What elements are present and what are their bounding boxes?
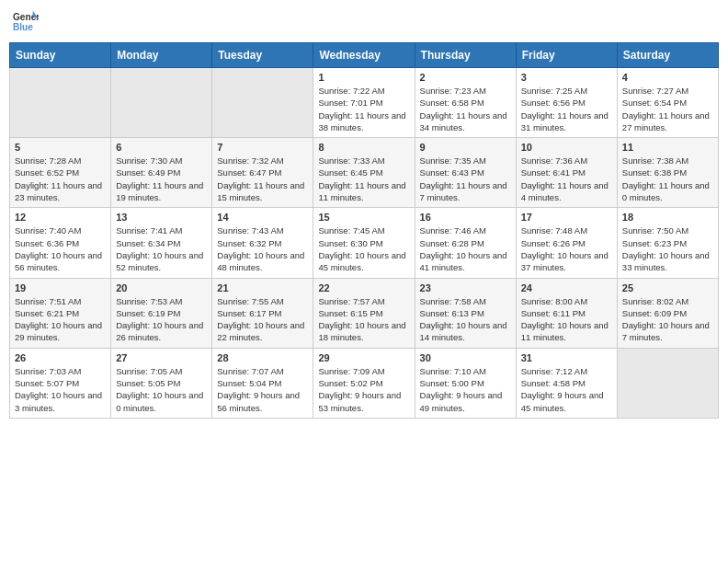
day-number: 9: [420, 142, 511, 153]
weekday-header-monday: Monday: [111, 43, 212, 68]
day-number: 31: [521, 352, 612, 363]
day-info: Sunrise: 7:53 AMSunset: 6:19 PMDaylight:…: [116, 295, 207, 344]
day-info: Sunrise: 7:30 AMSunset: 6:49 PMDaylight:…: [116, 155, 207, 203]
calendar-cell: 6Sunrise: 7:30 AMSunset: 6:49 PMDaylight…: [111, 138, 212, 208]
calendar-cell: 8Sunrise: 7:33 AMSunset: 6:45 PMDaylight…: [313, 138, 415, 208]
day-info: Sunrise: 7:05 AMSunset: 5:05 PMDaylight:…: [116, 365, 207, 414]
calendar-header-row: SundayMondayTuesdayWednesdayThursdayFrid…: [10, 43, 719, 68]
day-info: Sunrise: 7:22 AMSunset: 7:01 PMDaylight:…: [318, 85, 409, 133]
day-number: 28: [217, 352, 308, 363]
day-info: Sunrise: 7:40 AMSunset: 6:36 PMDaylight:…: [15, 224, 106, 273]
day-info: Sunrise: 7:57 AMSunset: 6:15 PMDaylight:…: [318, 295, 409, 344]
day-number: 2: [420, 72, 511, 83]
day-number: 10: [521, 142, 612, 153]
logo: General Blue: [13, 9, 39, 35]
calendar-cell: 20Sunrise: 7:53 AMSunset: 6:19 PMDayligh…: [111, 278, 212, 348]
calendar-cell: 21Sunrise: 7:55 AMSunset: 6:17 PMDayligh…: [212, 278, 313, 348]
day-number: 19: [15, 282, 106, 293]
weekday-header-sunday: Sunday: [10, 43, 111, 68]
day-info: Sunrise: 7:32 AMSunset: 6:47 PMDaylight:…: [217, 155, 308, 203]
day-info: Sunrise: 7:43 AMSunset: 6:32 PMDaylight:…: [217, 224, 308, 273]
calendar-cell: 27Sunrise: 7:05 AMSunset: 5:05 PMDayligh…: [111, 348, 212, 418]
calendar-cell: 29Sunrise: 7:09 AMSunset: 5:02 PMDayligh…: [313, 348, 415, 418]
day-info: Sunrise: 7:55 AMSunset: 6:17 PMDaylight:…: [217, 295, 308, 344]
day-number: 13: [116, 212, 207, 223]
day-number: 8: [318, 142, 409, 153]
calendar-cell: 4Sunrise: 7:27 AMSunset: 6:54 PMDaylight…: [617, 68, 718, 138]
calendar-week-row: 12Sunrise: 7:40 AMSunset: 6:36 PMDayligh…: [10, 208, 719, 278]
day-number: 21: [217, 282, 308, 293]
day-info: Sunrise: 7:45 AMSunset: 6:30 PMDaylight:…: [318, 224, 409, 273]
day-number: 17: [521, 212, 612, 223]
day-number: 29: [318, 352, 409, 363]
day-info: Sunrise: 7:51 AMSunset: 6:21 PMDaylight:…: [15, 295, 106, 344]
calendar-week-row: 19Sunrise: 7:51 AMSunset: 6:21 PMDayligh…: [10, 278, 719, 348]
weekday-header-saturday: Saturday: [617, 43, 718, 68]
day-info: Sunrise: 8:00 AMSunset: 6:11 PMDaylight:…: [521, 295, 612, 344]
day-number: 7: [217, 142, 308, 153]
calendar-cell: [10, 68, 111, 138]
day-info: Sunrise: 8:02 AMSunset: 6:09 PMDaylight:…: [622, 295, 713, 344]
calendar-cell: [617, 348, 718, 418]
calendar-cell: 23Sunrise: 7:58 AMSunset: 6:13 PMDayligh…: [415, 278, 516, 348]
calendar-cell: 15Sunrise: 7:45 AMSunset: 6:30 PMDayligh…: [313, 208, 415, 278]
calendar-week-row: 26Sunrise: 7:03 AMSunset: 5:07 PMDayligh…: [10, 348, 719, 418]
day-info: Sunrise: 7:33 AMSunset: 6:45 PMDaylight:…: [318, 155, 409, 203]
day-number: 11: [622, 142, 713, 153]
day-info: Sunrise: 7:46 AMSunset: 6:28 PMDaylight:…: [420, 224, 511, 273]
calendar-cell: 14Sunrise: 7:43 AMSunset: 6:32 PMDayligh…: [212, 208, 313, 278]
day-info: Sunrise: 7:03 AMSunset: 5:07 PMDaylight:…: [15, 365, 106, 414]
calendar-cell: 1Sunrise: 7:22 AMSunset: 7:01 PMDaylight…: [313, 68, 415, 138]
calendar-cell: 17Sunrise: 7:48 AMSunset: 6:26 PMDayligh…: [516, 208, 617, 278]
calendar-week-row: 5Sunrise: 7:28 AMSunset: 6:52 PMDaylight…: [10, 138, 719, 208]
calendar-cell: 2Sunrise: 7:23 AMSunset: 6:58 PMDaylight…: [415, 68, 516, 138]
day-number: 18: [622, 212, 713, 223]
day-info: Sunrise: 7:38 AMSunset: 6:38 PMDaylight:…: [622, 155, 713, 203]
day-number: 1: [318, 72, 409, 83]
day-number: 30: [420, 352, 511, 363]
day-number: 15: [318, 212, 409, 223]
day-number: 3: [521, 72, 612, 83]
day-number: 25: [622, 282, 713, 293]
day-number: 27: [116, 352, 207, 363]
day-info: Sunrise: 7:41 AMSunset: 6:34 PMDaylight:…: [116, 224, 207, 273]
calendar-cell: 16Sunrise: 7:46 AMSunset: 6:28 PMDayligh…: [415, 208, 516, 278]
calendar-cell: 12Sunrise: 7:40 AMSunset: 6:36 PMDayligh…: [10, 208, 111, 278]
day-number: 22: [318, 282, 409, 293]
day-info: Sunrise: 7:12 AMSunset: 4:58 PMDaylight:…: [521, 365, 612, 414]
weekday-header-wednesday: Wednesday: [313, 43, 415, 68]
calendar-cell: [212, 68, 313, 138]
day-info: Sunrise: 7:23 AMSunset: 6:58 PMDaylight:…: [420, 85, 511, 133]
calendar-cell: [111, 68, 212, 138]
calendar-table: SundayMondayTuesdayWednesdayThursdayFrid…: [9, 42, 719, 419]
day-number: 24: [521, 282, 612, 293]
calendar-cell: 3Sunrise: 7:25 AMSunset: 6:56 PMDaylight…: [516, 68, 617, 138]
calendar-cell: 7Sunrise: 7:32 AMSunset: 6:47 PMDaylight…: [212, 138, 313, 208]
logo-icon: General Blue: [13, 9, 39, 35]
day-info: Sunrise: 7:50 AMSunset: 6:23 PMDaylight:…: [622, 224, 713, 273]
svg-text:Blue: Blue: [13, 22, 33, 32]
calendar-cell: 5Sunrise: 7:28 AMSunset: 6:52 PMDaylight…: [10, 138, 111, 208]
day-info: Sunrise: 7:48 AMSunset: 6:26 PMDaylight:…: [521, 224, 612, 273]
day-number: 4: [622, 72, 713, 83]
day-number: 12: [15, 212, 106, 223]
calendar-cell: 18Sunrise: 7:50 AMSunset: 6:23 PMDayligh…: [617, 208, 718, 278]
calendar-cell: 19Sunrise: 7:51 AMSunset: 6:21 PMDayligh…: [10, 278, 111, 348]
calendar-cell: 25Sunrise: 8:02 AMSunset: 6:09 PMDayligh…: [617, 278, 718, 348]
weekday-header-tuesday: Tuesday: [212, 43, 313, 68]
day-number: 23: [420, 282, 511, 293]
day-info: Sunrise: 7:35 AMSunset: 6:43 PMDaylight:…: [420, 155, 511, 203]
day-info: Sunrise: 7:07 AMSunset: 5:04 PMDaylight:…: [217, 365, 308, 414]
day-number: 26: [15, 352, 106, 363]
calendar-week-row: 1Sunrise: 7:22 AMSunset: 7:01 PMDaylight…: [10, 68, 719, 138]
day-info: Sunrise: 7:36 AMSunset: 6:41 PMDaylight:…: [521, 155, 612, 203]
calendar-cell: 28Sunrise: 7:07 AMSunset: 5:04 PMDayligh…: [212, 348, 313, 418]
day-number: 16: [420, 212, 511, 223]
day-number: 6: [116, 142, 207, 153]
day-number: 14: [217, 212, 308, 223]
day-info: Sunrise: 7:28 AMSunset: 6:52 PMDaylight:…: [15, 155, 106, 203]
day-info: Sunrise: 7:27 AMSunset: 6:54 PMDaylight:…: [622, 85, 713, 133]
calendar-cell: 10Sunrise: 7:36 AMSunset: 6:41 PMDayligh…: [516, 138, 617, 208]
day-number: 20: [116, 282, 207, 293]
calendar-cell: 24Sunrise: 8:00 AMSunset: 6:11 PMDayligh…: [516, 278, 617, 348]
